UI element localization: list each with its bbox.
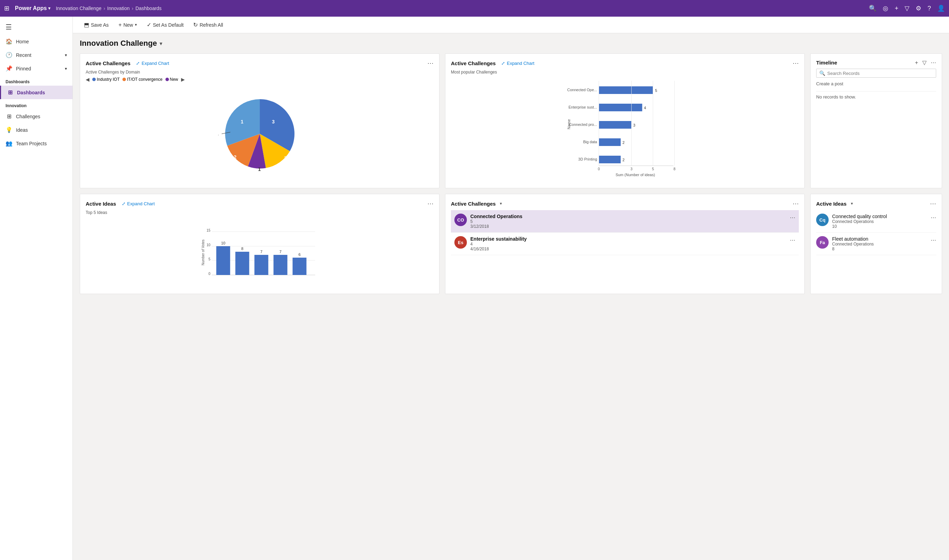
idea-more-fa-icon[interactable]: ⋯ (931, 237, 936, 243)
legend-item-industry-iot: Industry IOT (92, 77, 120, 82)
legend-item-itot: IT/OT convergence (122, 77, 163, 82)
dashboard-title-row: Innovation Challenge ▾ (80, 39, 942, 48)
challenge-item-es[interactable]: Es Enterprise sustainability 4 4/16/2018… (451, 233, 799, 255)
active-ideas-list-header: Active Ideas ▾ ⋯ (816, 200, 936, 207)
ideas-bar-rect-4 (274, 255, 288, 275)
search-nav-icon[interactable]: 🔍 (869, 5, 877, 12)
ideas-list-chevron-icon[interactable]: ▾ (851, 201, 853, 206)
expand-chart-pie-button[interactable]: ⤢ Expand Chart (136, 61, 169, 66)
active-challenges-bar-title: Active Challenges (451, 60, 496, 66)
recent-chevron-icon[interactable]: ▾ (65, 53, 67, 58)
sidebar-item-recent[interactable]: 🕐 Recent ▾ (0, 48, 72, 62)
bar-value-2: 4 (644, 106, 646, 110)
challenge-name-co: Connected Operations (470, 214, 786, 219)
idea-item-fa[interactable]: Fa Fleet automation Connected Operations… (816, 233, 936, 255)
ideas-y-label: Number of Votes (201, 240, 205, 265)
save-as-button[interactable]: ⬒ Save As (80, 19, 113, 30)
pie-label-2a: 2 (284, 155, 287, 161)
pie-nav-prev-icon[interactable]: ◀ (86, 77, 89, 82)
dashboard-title-chevron-icon[interactable]: ▾ (160, 40, 162, 47)
legend-item-new: New (165, 77, 178, 82)
new-button[interactable]: + New ▾ (114, 20, 141, 30)
breadcrumb-page[interactable]: Dashboards (135, 6, 162, 11)
main-content: ⬒ Save As + New ▾ ✓ Set As Default ↻ Ref… (73, 17, 949, 560)
bar-label-3: Connected pro... (569, 122, 597, 126)
bar-value-3: 3 (633, 123, 635, 127)
sidebar-item-team-projects[interactable]: 👥 Team Projects (0, 137, 72, 150)
timeline-filter-icon[interactable]: ▽ (922, 59, 926, 66)
dashboard-title: Innovation Challenge (80, 39, 157, 48)
badge-icon[interactable]: ◎ (883, 5, 888, 12)
challenge-more-es-icon[interactable]: ⋯ (790, 237, 795, 243)
recent-icon: 🕐 (6, 52, 12, 58)
ideas-bar-value-5: 6 (298, 252, 300, 257)
sidebar-item-challenges[interactable]: ⊞ Challenges (0, 109, 72, 123)
active-challenges-pie-title: Active Challenges (86, 60, 130, 66)
active-ideas-bar-card: Active Ideas ⤢ Expand Chart ⋯ Top 5 Idea… (80, 194, 439, 294)
filter-nav-icon[interactable]: ▽ (904, 5, 909, 12)
ideas-bar-card-more-icon[interactable]: ⋯ (427, 200, 434, 207)
help-nav-icon[interactable]: ? (927, 5, 931, 12)
idea-avatar-cq: Cq (816, 214, 829, 226)
refresh-icon: ↻ (193, 22, 198, 28)
sidebar-item-ideas[interactable]: 💡 Ideas (0, 123, 72, 137)
active-challenges-bar-card: Active Challenges ⤢ Expand Chart ⋯ Most … (445, 54, 805, 188)
toolbar: ⬒ Save As + New ▾ ✓ Set As Default ↻ Ref… (73, 17, 949, 33)
idea-item-cq[interactable]: Cq Connected quality control Connected O… (816, 210, 936, 233)
bar-xlabel: Sum (Number of ideas) (616, 173, 655, 177)
active-ideas-bar-title: Active Ideas (86, 201, 116, 207)
challenges-list-more-icon[interactable]: ⋯ (793, 200, 799, 207)
timeline-more-icon[interactable]: ⋯ (931, 59, 936, 66)
expand-chart-bar-button[interactable]: ⤢ Expand Chart (501, 61, 535, 66)
challenges-list-chevron-icon[interactable]: ▾ (500, 201, 502, 206)
sidebar-toggle-button[interactable]: ☰ (0, 19, 72, 35)
timeline-search-input[interactable] (827, 71, 933, 76)
bar-card-more-icon[interactable]: ⋯ (793, 59, 799, 67)
expand-chart-pie-icon: ⤢ (136, 61, 140, 66)
top-nav-icons: 🔍 ◎ + ▽ ⚙ ? 👤 (869, 5, 945, 12)
pie-chart-svg: 3 2 1 2 1 1 (218, 92, 301, 175)
set-as-default-label: Set As Default (153, 22, 184, 28)
challenge-date-co: 3/12/2018 (470, 224, 786, 229)
settings-nav-icon[interactable]: ⚙ (916, 5, 921, 12)
ideas-ytick-5: 5 (208, 257, 211, 261)
challenge-count-co: 5 (470, 219, 786, 224)
timeline-create-post[interactable]: Create a post (816, 81, 936, 86)
legend-label-itot: IT/OT convergence (127, 77, 163, 82)
pie-nav-next-icon[interactable]: ▶ (181, 77, 185, 82)
refresh-all-button[interactable]: ↻ Refresh All (189, 19, 227, 30)
sidebar-item-dashboards[interactable]: ⊞ Dashboards (0, 86, 72, 99)
dashboards-section-label: Dashboards (0, 75, 72, 86)
bar-label-1: Connected Ope... (567, 88, 597, 92)
pinned-chevron-icon[interactable]: ▾ (65, 66, 67, 71)
pie-label-1: 1 (258, 166, 261, 172)
checkmark-icon: ✓ (147, 22, 151, 28)
sidebar-item-home[interactable]: 🏠 Home (0, 35, 72, 48)
sidebar-item-pinned[interactable]: 📌 Pinned ▾ (0, 62, 72, 75)
timeline-add-icon[interactable]: + (915, 60, 918, 66)
challenge-more-co-icon[interactable]: ⋯ (790, 214, 795, 221)
bar-value-1: 5 (655, 88, 657, 92)
idea-more-cq-icon[interactable]: ⋯ (931, 214, 936, 221)
breadcrumb-app[interactable]: Innovation Challenge (56, 6, 102, 11)
challenge-item-co[interactable]: CO Connected Operations 5 3/12/2018 ⋯ (451, 210, 799, 233)
brand-chevron[interactable]: ▾ (48, 6, 50, 11)
legend-dot-new (165, 78, 169, 81)
breadcrumb-section[interactable]: Innovation (107, 6, 130, 11)
user-nav-icon[interactable]: 👤 (937, 5, 945, 12)
top-nav: ⊞ Power Apps ▾ Innovation Challenge › In… (0, 0, 949, 17)
active-challenges-list-header: Active Challenges ▾ ⋯ (451, 200, 799, 207)
pie-card-more-icon[interactable]: ⋯ (427, 59, 434, 67)
expand-chart-bar-icon: ⤢ (501, 61, 505, 66)
timeline-no-records: No records to show. (816, 94, 936, 100)
timeline-title: Timeline (816, 60, 837, 66)
ideas-list-more-icon[interactable]: ⋯ (930, 200, 936, 207)
challenges-icon: ⊞ (6, 113, 12, 120)
save-as-icon: ⬒ (84, 22, 89, 28)
waffle-icon[interactable]: ⊞ (4, 5, 9, 12)
add-nav-icon[interactable]: + (895, 5, 898, 12)
expand-chart-ideas-button[interactable]: ⤢ Expand Chart (122, 201, 155, 206)
breadcrumb-sep1: › (103, 6, 105, 11)
active-challenges-pie-header: Active Challenges ⤢ Expand Chart ⋯ (86, 59, 434, 67)
set-as-default-button[interactable]: ✓ Set As Default (143, 19, 188, 30)
